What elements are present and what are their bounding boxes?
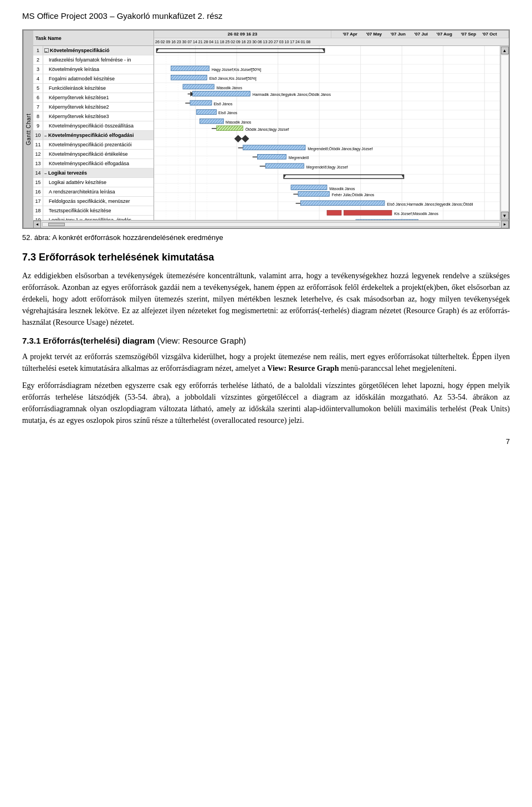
paragraph-1: Az eddigiekben elsősorban a tevékenysége… <box>22 270 510 328</box>
svg-text:Első János;Kis József[50%]: Első János;Kis József[50%] <box>209 76 257 81</box>
task-row-16: 16 A rendszerarchitektúra leírása <box>33 187 154 197</box>
svg-rect-39 <box>183 84 214 89</box>
svg-text:Fehér Júlia;Ötödik János: Fehér Júlia;Ötödik János <box>332 192 375 198</box>
gantt-body: 1 – Követelményspecifikáció 2 Iratkezelé… <box>33 46 509 220</box>
scroll-right-button[interactable]: ► <box>501 221 509 228</box>
task-name-10: – Követelményspecifikáció elfogadási <box>43 132 154 138</box>
svg-rect-32 <box>156 49 324 53</box>
svg-rect-71 <box>298 191 329 196</box>
task-row-12: 12 Követelményspecifikáció értékelése <box>33 150 154 159</box>
svg-text:Kis József;Második János: Kis József;Második János <box>394 211 438 217</box>
task-row-5: 5 Funkcióleirások készítése <box>33 84 154 93</box>
task-row-13: 13 Követelményspecifikáció elfogadása <box>33 159 154 168</box>
svg-text:Megrendelő;Ötödik János;llagy : Megrendelő;Ötödik János;llagy József <box>308 146 373 151</box>
task-row-4: 4 Fogalmi adatmodell készítése <box>33 74 154 84</box>
task-num-14: 14 <box>33 168 43 177</box>
task-row-2: 2 Iratkezelési folyamatok felmérése - in <box>33 55 154 65</box>
svg-marker-55 <box>242 135 249 142</box>
task-name-3: Követelmények leírása <box>43 67 154 72</box>
gantt-tasks-panel: 1 – Követelményspecifikáció 2 Iratkezelé… <box>33 46 154 220</box>
task-name-11: Követelményspecifikáció prezentációi <box>43 142 154 147</box>
svg-rect-79 <box>356 219 418 220</box>
svg-rect-52 <box>217 126 243 131</box>
scroll-left-button[interactable]: ◄ <box>33 221 41 228</box>
svg-rect-63 <box>265 164 304 168</box>
task-name-17: Feldolgozás specifikációk, menüszer <box>43 198 154 204</box>
svg-text:Megrendelő: Megrendelő <box>289 155 309 161</box>
task-name-2: Iratkezelési folyamatok felmérése - in <box>43 57 154 63</box>
svg-rect-68 <box>291 185 327 190</box>
task-name-4: Fogalmi adatmodell készítése <box>43 76 154 81</box>
svg-text:Második János: Második János <box>226 120 251 125</box>
task-name-6: Képernyőtervek készítése1 <box>43 95 154 100</box>
svg-rect-65 <box>284 175 404 178</box>
task-row-15: 15 Logikai adattérv készítése <box>33 178 154 187</box>
gantt-header: Task Name 26 02 09 16 23 '07 Apr '07 May… <box>33 30 509 46</box>
task-row-7: 7 Képernyőtervek készítése2 <box>33 103 154 112</box>
section-heading: 7.3 Erőforrások terhelésének kimutatása <box>22 252 510 263</box>
page-title: MS Office Project 2003 – Gyakorló munkaf… <box>22 11 510 21</box>
month-may-header: '07 Apr '07 May '07 Jun '07 Jul '07 Aug … <box>331 30 509 38</box>
task-num-11: 11 <box>33 140 43 149</box>
task-num-9: 9 <box>33 121 43 130</box>
task-num-17: 17 <box>33 197 43 206</box>
svg-text:Harmadik János;llegyávik János: Harmadik János;llegyávik János;Ötödik Já… <box>253 92 331 98</box>
task-num-13: 13 <box>33 159 43 168</box>
gantt-chart-figure: Gantt Chart Task Name 26 02 09 16 23 '07… <box>22 29 510 229</box>
task-row-6: 6 Képernyőtervek készítése1 <box>33 93 154 103</box>
task-row-11: 11 Követelményspecifikáció prezentációi <box>33 140 154 150</box>
task-row-19: 19 Logikai terv 1.v. összeállítása, átad… <box>33 216 154 220</box>
task-row-18: 18 Tesztspecifikációk készítése <box>33 206 154 216</box>
svg-rect-47 <box>196 110 216 115</box>
scroll-bottom-bar[interactable]: ◄ ► <box>33 220 509 228</box>
scroll-bottom-track <box>42 222 500 227</box>
svg-marker-66 <box>284 175 286 178</box>
gantt-chart-area: Hagy József;Kis József[50%] Első János;K… <box>154 46 500 220</box>
task-name-13: Követelményspecifikáció elfogadása <box>43 161 154 166</box>
task-row-3: 3 Követelmények leírása <box>33 65 154 74</box>
paragraph-2: A projekt tervét az erőforrás szemszögéb… <box>22 351 510 374</box>
task-num-5: 5 <box>33 84 43 93</box>
task-name-15: Logikai adattérv készítése <box>43 180 154 185</box>
task-name-9: Követelményspecifikáció összeállítása <box>43 123 154 129</box>
task-num-15: 15 <box>33 178 43 187</box>
task-num-1: 1 <box>33 46 43 55</box>
task-name-7: Képernyőtervek készítése2 <box>43 104 154 110</box>
svg-rect-74 <box>300 201 385 206</box>
months-header: 26 02 09 16 23 '07 Apr '07 May '07 Jun '… <box>154 30 509 45</box>
svg-text:Második János: Második János <box>329 186 355 191</box>
task-num-16: 16 <box>33 187 43 196</box>
svg-text:Első János: Első János <box>213 101 232 107</box>
day-numbers: 26 02 09 16 23 30 07 14 21 28 04 11 18 2… <box>154 38 509 45</box>
task-num-12: 12 <box>33 150 43 159</box>
svg-text:Első János: Első János <box>218 110 237 116</box>
task-name-12: Követelményspecifikáció értékelése <box>43 151 154 157</box>
svg-rect-45 <box>190 100 212 105</box>
task-row-17: 17 Feldolgozás specifikációk, menüszer <box>33 197 154 206</box>
task-row-1: 1 – Követelményspecifikáció <box>33 46 154 55</box>
task-num-4: 4 <box>33 74 43 83</box>
figure-caption: 52. ábra: A konkrét erőforrások hozzáren… <box>22 233 510 242</box>
svg-text:Megrendelő;llagy József: Megrendelő;llagy József <box>306 164 349 170</box>
task-name-5: Funkcióleirások készítése <box>43 85 154 91</box>
svg-text:Első János;Harmadik János;lleg: Első János;Harmadik János;llegyedik Jáno… <box>387 201 473 207</box>
task-row-8: 8 Képernyőtervek készítése3 <box>33 112 154 121</box>
scroll-up-button[interactable]: ▲ <box>501 47 509 54</box>
task-num-6: 6 <box>33 93 43 102</box>
task-name-1: – Követelményspecifikáció <box>43 48 154 53</box>
month-apr: 26 02 09 16 23 <box>154 30 331 38</box>
svg-rect-42 <box>192 91 250 96</box>
task-num-19: 19 <box>33 216 43 220</box>
paragraph-3: Egy erőforrásdiagram nézetben egyszerre … <box>22 380 510 426</box>
task-num-3: 3 <box>33 65 43 74</box>
scroll-right-bar[interactable]: ▲ ▼ <box>500 46 509 220</box>
gantt-side-label: Gantt Chart <box>23 30 33 228</box>
svg-rect-49 <box>200 119 223 124</box>
task-col-header: Task Name <box>33 30 154 45</box>
svg-rect-76 <box>327 211 341 216</box>
scroll-down-button[interactable]: ▼ <box>501 212 509 219</box>
task-name-8: Képernyőtervek készítése3 <box>43 114 154 119</box>
svg-marker-54 <box>234 135 242 142</box>
svg-rect-57 <box>243 145 305 150</box>
svg-rect-77 <box>344 211 392 216</box>
